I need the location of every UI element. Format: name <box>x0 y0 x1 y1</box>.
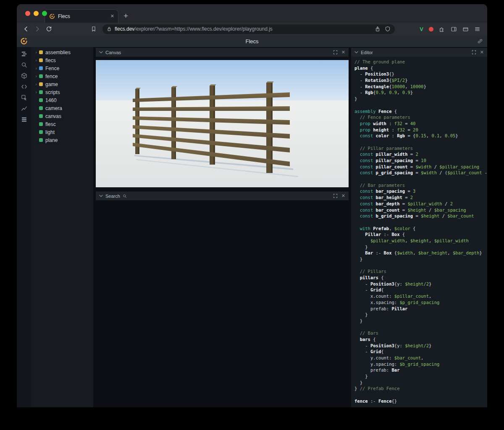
address-bar[interactable]: flecs.dev/explorer/?wasm=https://www.fle… <box>102 24 395 34</box>
inspector-cursor-icon[interactable] <box>21 94 28 101</box>
entity-label: game <box>45 81 58 87</box>
side-panel-icon[interactable] <box>451 26 457 32</box>
browser-toolbar: flecs.dev/explorer/?wasm=https://www.fle… <box>17 23 487 35</box>
code-line: const pillar_width = 2 <box>354 151 487 157</box>
search-panel: Search ✕ <box>96 191 349 407</box>
search-icon[interactable] <box>21 61 28 68</box>
brave-shield-icon[interactable] <box>385 26 391 32</box>
expand-arrow-icon[interactable]: › <box>34 82 38 87</box>
chevron-down-icon[interactable] <box>99 194 103 197</box>
v-extension-icon[interactable]: V <box>420 26 423 32</box>
expand-arrow-icon[interactable]: › <box>34 58 38 63</box>
wallet-icon[interactable] <box>462 26 469 32</box>
rows-table-icon[interactable] <box>21 115 28 123</box>
expand-arrow-icon[interactable]: › <box>34 90 38 94</box>
entity-kind-swatch <box>39 130 43 134</box>
expand-panel-icon[interactable] <box>472 50 476 55</box>
expand-panel-icon[interactable] <box>333 50 338 55</box>
extensions-puzzle-icon[interactable] <box>439 26 445 32</box>
new-tab-button[interactable]: + <box>123 12 128 20</box>
app-body: ›assemblies›flecs›Fence›fence›game›scrip… <box>17 47 487 407</box>
close-panel-icon[interactable]: ✕ <box>480 50 484 55</box>
url-text[interactable]: flecs.dev/explorer/?wasm=https://www.fle… <box>115 26 372 32</box>
canvas-cube-icon[interactable] <box>21 72 28 79</box>
back-button[interactable] <box>21 24 31 34</box>
bookmark-icon[interactable] <box>89 24 99 34</box>
code-line: y.count: $bar_count, <box>354 355 487 361</box>
entity-tree: ›assemblies›flecs›Fence›fence›game›scrip… <box>32 47 93 407</box>
tree-item-camera[interactable]: ›camera <box>32 104 93 112</box>
browser-tab[interactable]: Flecs ✕ <box>45 9 118 23</box>
code-line: // Bar parameters <box>354 182 487 189</box>
tree-item-assemblies[interactable]: ›assemblies <box>32 48 93 56</box>
share-link-icon[interactable] <box>477 38 483 46</box>
entity-label: canvas <box>45 113 61 119</box>
expand-arrow-icon[interactable]: › <box>34 66 38 71</box>
code-line <box>354 176 487 182</box>
code-line: const pillar_count = $width / $pillar_sp… <box>354 164 487 170</box>
code-line: // Fence parameters <box>354 114 487 121</box>
code-line: // Pillar parameters <box>354 145 487 152</box>
tree-item-Fence[interactable]: ›Fence <box>32 64 93 72</box>
browser-window: Flecs ✕ + flecs.dev/explorer/?wasm=https… <box>17 4 487 407</box>
entity-kind-swatch <box>39 50 43 54</box>
chevron-down-icon[interactable] <box>354 51 358 54</box>
tab-strip: Flecs ✕ + <box>17 4 487 23</box>
share-icon[interactable] <box>375 26 381 32</box>
code-line: plane { <box>354 65 487 71</box>
code-line: const p_grid_spacing = $width / ($pillar… <box>354 170 487 176</box>
entity-kind-swatch <box>39 138 43 142</box>
code-line: with Prefab, $color { <box>354 225 487 232</box>
tree-item-flecs[interactable]: ›flecs <box>32 56 93 64</box>
toolbar-extensions: V <box>420 26 483 32</box>
tree-item-flesc[interactable]: ›flesc <box>32 120 93 128</box>
editor-panel-header[interactable]: Editor ✕ <box>351 48 487 57</box>
close-tab-icon[interactable]: ✕ <box>110 13 115 19</box>
close-panel-icon[interactable]: ✕ <box>341 50 345 55</box>
tree-item-plane[interactable]: ›plane <box>32 136 93 144</box>
entity-label: 1460 <box>45 97 57 103</box>
entity-kind-swatch <box>39 106 43 110</box>
code-line: - Position3{} <box>354 71 487 77</box>
page-title: Flecs <box>17 38 487 45</box>
tree-item-fence[interactable]: ›fence <box>32 72 93 80</box>
close-window-button[interactable] <box>25 11 30 16</box>
zoom-window-button[interactable] <box>42 11 47 16</box>
code-line: const color : Rgb = {0.15, 0.1, 0.05} <box>354 133 487 139</box>
search-results-area[interactable] <box>96 200 349 407</box>
tree-item-1460[interactable]: ›1460 <box>32 96 93 104</box>
chevron-down-icon[interactable] <box>99 51 103 54</box>
code-line: } <box>354 312 487 318</box>
tree-item-light[interactable]: ›light <box>32 128 93 136</box>
close-panel-icon[interactable]: ✕ <box>341 194 345 198</box>
stats-chart-icon[interactable] <box>21 105 28 112</box>
code-line <box>354 139 487 145</box>
menu-icon[interactable] <box>474 26 480 32</box>
expand-panel-icon[interactable] <box>333 194 338 198</box>
code-line <box>354 324 487 330</box>
code-line: } <box>354 256 487 262</box>
entity-tree-icon[interactable] <box>21 50 28 58</box>
tree-item-scripts[interactable]: ›scripts <box>32 88 93 96</box>
tree-item-canvas[interactable]: ›canvas <box>32 112 93 120</box>
forward-button[interactable] <box>32 24 42 34</box>
tree-item-game[interactable]: ›game <box>32 80 93 88</box>
code-line: assembly Fence { <box>354 108 487 115</box>
search-panel-header[interactable]: Search ✕ <box>96 191 349 200</box>
editor-code[interactable]: // The ground planeplane { - Position3{}… <box>351 57 487 407</box>
red-extension-icon[interactable] <box>429 27 433 31</box>
canvas-panel-header[interactable]: Canvas ✕ <box>96 48 349 57</box>
editor-code-icon[interactable] <box>21 83 28 90</box>
minimize-window-button[interactable] <box>34 11 39 16</box>
reload-button[interactable] <box>44 24 54 34</box>
entity-kind-swatch <box>39 122 43 126</box>
code-line: fence :- Fence{} <box>354 398 487 404</box>
expand-arrow-icon[interactable]: › <box>34 50 38 55</box>
window-controls[interactable] <box>25 11 47 16</box>
code-line <box>354 219 487 225</box>
canvas-3d-viewport[interactable] <box>96 57 349 189</box>
expand-arrow-icon[interactable]: › <box>34 74 38 79</box>
search-magnifier-icon <box>123 194 127 198</box>
code-line: const bar_spacing = 3 <box>354 188 487 194</box>
code-line: - Rgb{0.9, 0.9, 0.9} <box>354 89 487 96</box>
